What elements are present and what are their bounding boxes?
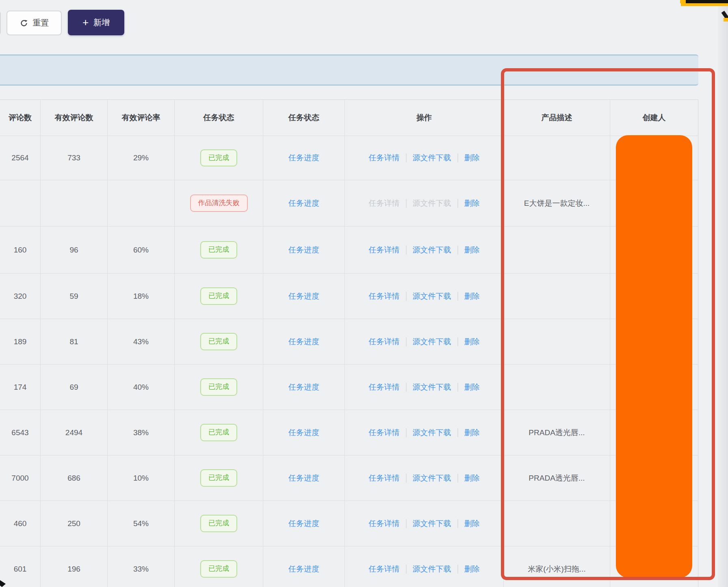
- column-header-valid-comments: 有效评论数: [41, 100, 108, 136]
- progress-cell: 任务进度: [263, 180, 345, 227]
- edge-cursor-icon-tip: [724, 18, 728, 22]
- action-separator: [406, 383, 407, 392]
- progress-cell: 任务进度: [263, 410, 345, 455]
- valid-rate-cell: 60%: [108, 227, 175, 274]
- source-download-link[interactable]: 源文件下载: [413, 245, 451, 255]
- actions-cell: 任务详情 源文件下载 删除: [345, 274, 504, 319]
- action-separator: [457, 519, 458, 528]
- source-download-link[interactable]: 源文件下载: [413, 337, 451, 347]
- source-download-link[interactable]: 源文件下载: [413, 473, 451, 483]
- progress-cell: 任务进度: [263, 319, 345, 365]
- task-details-link[interactable]: 任务详情: [369, 518, 400, 529]
- valid-comments-cell: 59: [41, 274, 108, 319]
- actions-cell: 任务详情 源文件下载 删除: [345, 501, 504, 546]
- actions-cell: 任务详情 源文件下载 删除: [345, 136, 504, 180]
- status-cell: 已完成: [175, 546, 263, 587]
- task-progress-link[interactable]: 任务进度: [288, 473, 319, 483]
- task-progress-link[interactable]: 任务进度: [288, 382, 319, 393]
- task-progress-link[interactable]: 任务进度: [288, 291, 319, 302]
- progress-cell: 任务进度: [263, 455, 345, 501]
- action-separator: [406, 153, 407, 162]
- comments-cell: [0, 180, 41, 227]
- comments-cell: 7000: [0, 455, 41, 501]
- task-details-link[interactable]: 任务详情: [369, 198, 400, 209]
- status-badge: 已完成: [200, 241, 237, 258]
- valid-rate-cell: 40%: [108, 365, 175, 410]
- progress-cell: 任务进度: [263, 365, 345, 410]
- delete-link[interactable]: 删除: [464, 473, 480, 483]
- progress-cell: 任务进度: [263, 274, 345, 319]
- valid-rate-cell: [108, 180, 175, 227]
- delete-link[interactable]: 删除: [464, 518, 480, 529]
- source-download-link[interactable]: 源文件下载: [413, 291, 451, 302]
- valid-comments-cell: 81: [41, 319, 108, 365]
- status-badge: 已完成: [200, 378, 237, 395]
- task-details-link[interactable]: 任务详情: [369, 382, 400, 393]
- column-header-comments: 评论数: [0, 100, 41, 136]
- comments-cell: 189: [0, 319, 41, 365]
- valid-rate-cell: 18%: [108, 274, 175, 319]
- action-separator: [406, 565, 407, 574]
- valid-comments-cell: 2494: [41, 410, 108, 455]
- source-download-link[interactable]: 源文件下载: [413, 518, 451, 529]
- action-separator: [457, 199, 458, 208]
- vertical-scrollbar[interactable]: [718, 6, 728, 587]
- task-details-link[interactable]: 任务详情: [369, 427, 400, 438]
- delete-link[interactable]: 删除: [464, 337, 480, 347]
- task-details-link[interactable]: 任务详情: [369, 564, 400, 574]
- task-details-link[interactable]: 任务详情: [369, 291, 400, 302]
- delete-link[interactable]: 删除: [464, 153, 480, 163]
- task-progress-link[interactable]: 任务进度: [288, 245, 319, 255]
- status-cell: 已完成: [175, 501, 263, 546]
- task-progress-link[interactable]: 任务进度: [288, 153, 319, 163]
- status-badge: 已完成: [200, 287, 237, 304]
- task-details-link[interactable]: 任务详情: [369, 337, 400, 347]
- delete-link[interactable]: 删除: [464, 382, 480, 393]
- status-badge: 已完成: [200, 333, 237, 350]
- status-cell: 已完成: [175, 455, 263, 501]
- source-download-link[interactable]: 源文件下载: [413, 153, 451, 163]
- valid-comments-cell: 96: [41, 227, 108, 274]
- valid-comments-cell: [41, 180, 108, 227]
- add-button[interactable]: + 新增: [68, 10, 124, 35]
- reset-button[interactable]: 重置: [6, 11, 62, 35]
- source-download-link[interactable]: 源文件下载: [413, 382, 451, 393]
- status-badge: 已完成: [200, 424, 237, 441]
- actions-cell: 任务详情 源文件下载 删除: [345, 227, 504, 274]
- task-progress-link[interactable]: 任务进度: [288, 427, 319, 438]
- annotation-red-box: [501, 68, 715, 580]
- column-header-valid-rate: 有效评论率: [108, 100, 175, 136]
- refresh-icon: [20, 19, 28, 28]
- actions-cell: 任务详情 源文件下载 删除: [345, 319, 504, 365]
- actions-cell: 任务详情 源文件下载 删除: [345, 455, 504, 501]
- comments-cell: 6543: [0, 410, 41, 455]
- delete-link[interactable]: 删除: [464, 291, 480, 302]
- action-separator: [406, 337, 407, 346]
- delete-link[interactable]: 删除: [464, 245, 480, 255]
- add-button-label: 新增: [93, 17, 110, 28]
- valid-comments-cell: 686: [41, 455, 108, 501]
- source-download-link[interactable]: 源文件下载: [413, 564, 451, 574]
- status-cell: 已完成: [175, 274, 263, 319]
- task-progress-link[interactable]: 任务进度: [288, 198, 319, 209]
- action-separator: [406, 199, 407, 208]
- cutoff-button-sliver[interactable]: [0, 11, 1, 35]
- comments-cell: 460: [0, 501, 41, 546]
- task-progress-link[interactable]: 任务进度: [288, 337, 319, 347]
- action-separator: [457, 565, 458, 574]
- task-details-link[interactable]: 任务详情: [369, 245, 400, 255]
- task-details-link[interactable]: 任务详情: [369, 473, 400, 483]
- delete-link[interactable]: 删除: [464, 198, 480, 209]
- progress-cell: 任务进度: [263, 136, 345, 180]
- valid-comments-cell: 196: [41, 546, 108, 587]
- delete-link[interactable]: 删除: [464, 427, 480, 438]
- actions-cell: 任务详情 源文件下载 删除: [345, 546, 504, 587]
- task-progress-link[interactable]: 任务进度: [288, 518, 319, 529]
- action-separator: [457, 474, 458, 483]
- source-download-link[interactable]: 源文件下载: [413, 427, 451, 438]
- status-badge: 已完成: [200, 515, 237, 532]
- source-download-link[interactable]: 源文件下载: [413, 198, 451, 209]
- task-details-link[interactable]: 任务详情: [369, 153, 400, 163]
- delete-link[interactable]: 删除: [464, 564, 480, 574]
- task-progress-link[interactable]: 任务进度: [288, 564, 319, 574]
